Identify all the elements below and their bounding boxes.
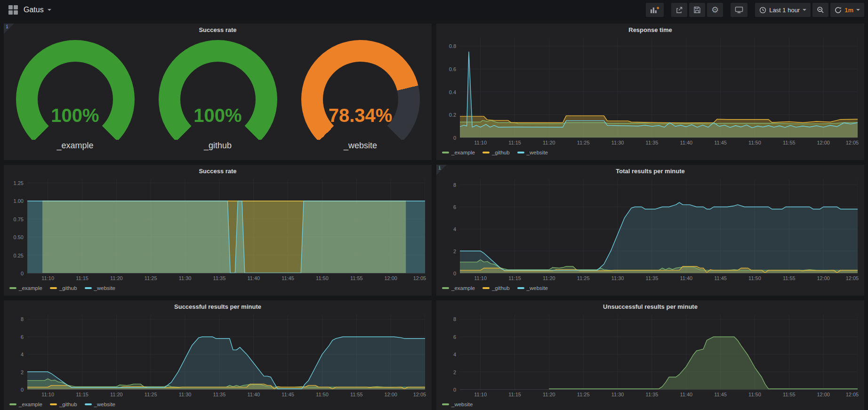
legend-item-_github[interactable]: _github — [482, 285, 510, 291]
plot-area[interactable] — [460, 179, 858, 273]
legend-label: _website — [527, 150, 548, 155]
dashboards-grid-icon[interactable] — [8, 5, 18, 15]
x-axis-label: 11:35 — [213, 392, 226, 397]
x-axis: 11:1011:1511:2011:2511:3011:3511:4011:45… — [460, 390, 858, 399]
legend-item-_example[interactable]: _example — [442, 150, 475, 155]
y-axis-label: 0.75 — [14, 217, 24, 222]
legend-item-_website[interactable]: _website — [517, 150, 548, 155]
plot-area[interactable] — [27, 179, 425, 273]
x-axis-label: 11:55 — [783, 392, 796, 397]
zoom-out-button[interactable] — [812, 3, 828, 17]
y-axis-label: 6 — [21, 334, 24, 340]
panel-title[interactable]: Success rate — [199, 168, 236, 175]
tv-mode-button[interactable] — [731, 3, 747, 17]
dashboard-title-caret-icon[interactable] — [48, 9, 51, 11]
y-axis-label: 0 — [453, 271, 456, 276]
y-axis: 02468 — [6, 315, 27, 390]
legend-label: _website — [94, 285, 115, 291]
x-axis-label: 11:20 — [110, 275, 123, 281]
panel-header: Success rate — [4, 165, 432, 177]
x-axis-label: 11:20 — [110, 392, 123, 397]
add-panel-button[interactable] — [646, 3, 664, 17]
panel-info-icon[interactable]: i — [4, 24, 14, 34]
y-axis-label: 0.50 — [14, 234, 24, 240]
x-axis: 11:1011:1511:2011:2511:3011:3511:4011:45… — [460, 138, 858, 147]
x-axis-label: 11:30 — [611, 392, 624, 397]
x-axis-label: 11:10 — [474, 275, 487, 281]
panel-info-icon[interactable]: i — [436, 165, 447, 175]
panel-header: Response time — [436, 24, 864, 36]
chart-canvas — [27, 315, 425, 389]
navbar: Gatus ⚙ — [0, 0, 868, 20]
plot-area[interactable] — [27, 315, 425, 390]
legend-label: _example — [451, 150, 475, 155]
legend-swatch — [9, 403, 16, 405]
gauge-value: 78.34% — [301, 105, 420, 126]
legend-label: _example — [451, 285, 475, 291]
legend-item-_github[interactable]: _github — [50, 285, 77, 291]
y-axis-label: 0.25 — [14, 253, 24, 258]
legend-item-_website[interactable]: _website — [85, 285, 115, 291]
share-button[interactable] — [671, 3, 687, 17]
x-axis-label: 11:40 — [680, 140, 692, 145]
panel-title[interactable]: Total results per minute — [616, 168, 684, 175]
x-axis-label: 12:00 — [384, 392, 397, 397]
x-axis-label: 11:25 — [577, 275, 590, 281]
y-axis-label: 0.2 — [449, 112, 456, 118]
chart-legend: _example_github_website — [6, 399, 428, 410]
legend-item-_github[interactable]: _github — [482, 150, 510, 155]
y-axis-label: 4 — [453, 226, 456, 232]
y-axis: 02468 — [438, 179, 460, 273]
panel-title[interactable]: Unsuccessful results per minute — [603, 303, 698, 310]
panel-title[interactable]: Successful results per minute — [174, 303, 261, 310]
legend-label: _website — [94, 402, 115, 407]
x-axis-label: 11:55 — [350, 275, 363, 281]
gauge-arc-wrap: 100% — [16, 40, 135, 140]
x-axis-label: 11:55 — [783, 275, 796, 281]
save-button[interactable] — [689, 3, 705, 17]
legend-swatch — [442, 403, 449, 405]
x-axis-label: 11:15 — [508, 392, 521, 397]
x-axis-label: 11:40 — [247, 275, 260, 281]
legend-item-_github[interactable]: _github — [50, 402, 77, 407]
series-line-_website — [460, 52, 858, 128]
panel-header: Unsuccessful results per minute — [436, 300, 864, 313]
plot-area[interactable] — [460, 38, 858, 138]
legend-item-_example[interactable]: _example — [9, 402, 42, 407]
x-axis-label: 11:20 — [543, 140, 555, 145]
refresh-picker[interactable]: 1m — [830, 3, 864, 17]
x-axis-label: 11:50 — [316, 392, 329, 397]
legend-item-_website[interactable]: _website — [442, 402, 473, 407]
x-axis-label: 11:50 — [316, 275, 329, 281]
legend-item-_example[interactable]: _example — [442, 285, 475, 291]
x-axis-label: 11:55 — [350, 392, 363, 397]
panel-success-rate-gauges: i Success rate 100%_example100%_github78… — [4, 24, 432, 160]
plot-area[interactable] — [460, 315, 858, 390]
panel-title[interactable]: Success rate — [199, 26, 236, 33]
y-axis-label: 0 — [453, 387, 456, 393]
x-axis: 11:1011:1511:2011:2511:3011:3511:4011:45… — [27, 273, 425, 282]
legend-item-_website[interactable]: _website — [517, 285, 548, 291]
dashboard-title[interactable]: Gatus — [24, 6, 44, 14]
x-axis-label: 11:35 — [646, 275, 659, 281]
clock-icon — [759, 7, 766, 14]
gauge-arc-wrap: 100% — [159, 40, 277, 140]
gauges-body: 100%_example100%_github78.34%_website — [4, 36, 432, 160]
x-axis-label: 11:40 — [680, 275, 692, 281]
legend-label: _example — [19, 402, 42, 407]
gauge-label: _example — [56, 141, 93, 151]
time-range-picker[interactable]: Last 1 hour — [755, 3, 811, 17]
y-axis-label: 0.8 — [449, 43, 456, 49]
chart-canvas — [460, 179, 858, 273]
time-range-label: Last 1 hour — [769, 7, 800, 14]
legend-label: _github — [492, 150, 510, 155]
panel-title[interactable]: Response time — [628, 26, 672, 33]
legend-swatch — [482, 287, 490, 289]
x-axis-label: 11:40 — [680, 392, 692, 397]
series-area-_website — [460, 202, 858, 273]
legend-item-_website[interactable]: _website — [85, 402, 115, 407]
dashboard-settings-button[interactable]: ⚙ — [707, 3, 723, 17]
navbar-left: Gatus — [4, 5, 51, 15]
add-panel-icon — [650, 6, 659, 14]
legend-item-_example[interactable]: _example — [9, 285, 42, 291]
